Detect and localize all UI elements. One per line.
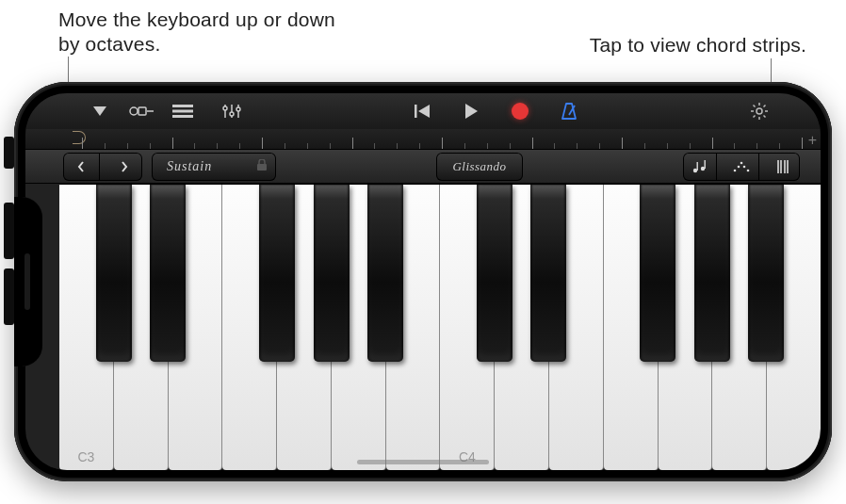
black-key[interactable] — [640, 185, 675, 362]
svg-rect-4 — [172, 110, 193, 113]
track-controls-button[interactable] — [218, 97, 246, 125]
callout-chord-strips: Tap to view chord strips. — [524, 33, 806, 57]
fx-button[interactable] — [127, 97, 155, 125]
black-key[interactable] — [96, 185, 132, 362]
svg-point-20 — [734, 169, 737, 171]
svg-point-14 — [757, 108, 762, 114]
black-key[interactable] — [314, 185, 350, 362]
svg-rect-5 — [172, 115, 193, 118]
black-key[interactable] — [748, 185, 784, 362]
go-to-beginning-button[interactable] — [408, 97, 436, 125]
svg-point-11 — [236, 107, 240, 111]
iphone-frame: + Sustain — [14, 82, 832, 481]
scale-button[interactable] — [683, 153, 717, 181]
keyboard-view-controls — [683, 153, 800, 181]
svg-rect-15 — [257, 164, 267, 171]
add-section-button[interactable]: + — [808, 132, 817, 149]
black-key[interactable] — [530, 185, 566, 362]
black-key[interactable] — [367, 185, 403, 362]
glissando-label: Glissando — [452, 159, 506, 174]
black-key[interactable] — [259, 185, 295, 362]
octave-label: C3 — [59, 449, 113, 464]
app-screen: + Sustain — [25, 93, 821, 470]
black-key[interactable] — [694, 185, 730, 362]
svg-rect-12 — [415, 105, 417, 118]
timeline-ruler[interactable]: + — [25, 129, 821, 150]
svg-point-9 — [230, 112, 234, 116]
octave-up-button[interactable] — [107, 153, 143, 181]
metronome-button[interactable] — [555, 97, 583, 125]
callout-octave: Move the keyboard up or down by octaves. — [58, 8, 360, 57]
home-indicator[interactable] — [357, 460, 489, 464]
octave-down-button[interactable] — [63, 153, 100, 181]
arpeggiator-button[interactable] — [724, 153, 758, 181]
svg-point-0 — [130, 107, 138, 115]
svg-rect-17 — [696, 162, 697, 171]
svg-point-23 — [743, 165, 746, 168]
svg-point-21 — [738, 165, 740, 168]
svg-point-22 — [740, 161, 743, 164]
chord-strips-button[interactable] — [767, 153, 800, 181]
octave-shift-control — [63, 153, 142, 181]
svg-rect-3 — [172, 105, 193, 107]
black-key[interactable] — [150, 185, 186, 362]
svg-rect-1 — [138, 107, 146, 115]
tracks-button[interactable] — [169, 97, 197, 125]
record-button[interactable] — [506, 97, 534, 125]
black-key[interactable] — [477, 185, 512, 362]
instrument-browser-button[interactable] — [86, 97, 114, 125]
play-button[interactable] — [457, 97, 485, 125]
sustain-label: Sustain — [167, 159, 212, 174]
settings-button[interactable] — [745, 97, 773, 125]
glissando-button[interactable]: Glissando — [436, 153, 523, 181]
svg-rect-19 — [704, 160, 705, 169]
record-icon — [512, 103, 529, 120]
sustain-button[interactable]: Sustain — [152, 153, 276, 181]
main-toolbar — [25, 93, 821, 129]
svg-point-24 — [747, 169, 750, 171]
cycle-region-icon — [73, 131, 86, 144]
piano-keyboard: C3C4 — [25, 184, 821, 470]
svg-point-7 — [223, 106, 227, 110]
lock-icon — [257, 159, 267, 174]
keyboard-controls: Sustain Glissando — [25, 150, 821, 184]
